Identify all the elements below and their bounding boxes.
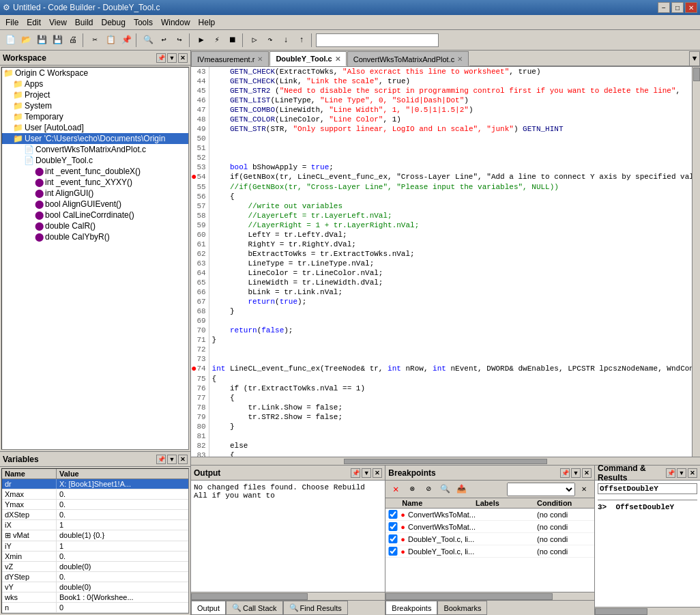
cmd-menu-btn[interactable]: ▼ xyxy=(677,468,686,478)
menu-edit[interactable]: Edit xyxy=(23,16,45,29)
new-button[interactable]: 📄 xyxy=(3,33,18,48)
menu-file[interactable]: File xyxy=(1,16,23,29)
workspace-pin-button[interactable]: 📌 xyxy=(156,53,166,63)
bp-export-btn[interactable]: 📤 xyxy=(454,482,469,497)
undo-button[interactable]: ↩ xyxy=(156,33,171,48)
tab-nav-button[interactable]: ▼ xyxy=(689,51,700,66)
bp-row-2[interactable]: ● ConvertWksToMat... (no condi xyxy=(385,521,594,533)
bp-filter-combo[interactable] xyxy=(507,483,575,496)
find-button[interactable]: 🔍 xyxy=(141,33,156,48)
output-close-btn[interactable]: ✕ xyxy=(373,468,382,478)
step-over-button[interactable]: ↷ xyxy=(263,33,278,48)
bp-disable-btn[interactable]: ⊘ xyxy=(421,482,436,497)
copy-button[interactable]: 📋 xyxy=(103,33,118,48)
tree-func-xyxy[interactable]: ⬤ int _event_func_XYXY() xyxy=(2,177,188,188)
save-button[interactable]: 💾 xyxy=(34,33,49,48)
bp-row-1[interactable]: ● ConvertWksToMat... (no condi xyxy=(385,509,594,521)
print-button[interactable]: 🖨 xyxy=(65,33,81,48)
var-pin-button[interactable]: 📌 xyxy=(156,455,166,464)
menu-window[interactable]: Window xyxy=(157,16,194,29)
function-combo[interactable] xyxy=(316,33,439,47)
bp-row-3[interactable]: ● DoubleY_Tool.c, li... (no condi xyxy=(385,533,594,545)
open-button[interactable]: 📂 xyxy=(18,33,33,48)
minimize-button[interactable]: − xyxy=(658,2,670,13)
var-row-xmax[interactable]: Xmax 0. xyxy=(2,489,188,500)
var-row-wks[interactable]: wks Book1 : 0{Workshee... xyxy=(2,592,188,603)
tab-doubley-close[interactable]: ✕ xyxy=(335,55,340,63)
code-editor[interactable]: 43 GETN_CHECK(ExtractToWks, "Also excrac… xyxy=(191,67,700,457)
tab-breakpoints[interactable]: Breakpoints xyxy=(385,601,437,615)
tab-callstack[interactable]: 🔍Call Stack xyxy=(226,601,283,615)
var-row-ymax[interactable]: Ymax 0. xyxy=(2,500,188,510)
redo-button[interactable]: ↪ xyxy=(172,33,187,48)
bp-menu-btn[interactable]: ▼ xyxy=(571,468,581,478)
menu-debug[interactable]: Debug xyxy=(98,16,130,29)
tree-user-autoload[interactable]: 📁 User [AutoLoad] xyxy=(2,122,188,133)
output-pin-btn[interactable]: 📌 xyxy=(351,468,360,478)
workspace-close-button[interactable]: ✕ xyxy=(178,53,188,63)
command-input[interactable] xyxy=(598,483,697,494)
editor-scrollbar[interactable] xyxy=(692,67,700,457)
workspace-menu-button[interactable]: ▼ xyxy=(167,53,177,63)
tab-findresults[interactable]: 🔍Find Results xyxy=(283,601,348,615)
cmd-close-btn[interactable]: ✕ xyxy=(688,468,697,478)
tab-doubley[interactable]: DoubleY_Tool.c ✕ xyxy=(269,51,346,66)
tree-func-aligngui[interactable]: ⬤ int AlignGUI() xyxy=(2,188,188,199)
bp-pin-btn[interactable]: 📌 xyxy=(560,468,570,478)
var-row-vz[interactable]: vZ double(0) xyxy=(2,562,188,572)
cut-button[interactable]: ✂ xyxy=(87,33,102,48)
tab-bookmarks[interactable]: Bookmarks xyxy=(437,601,487,615)
menu-build[interactable]: Build xyxy=(71,16,98,29)
var-row-xmin[interactable]: Xmin 0. xyxy=(2,552,188,562)
debug-run-button[interactable]: ▷ xyxy=(247,33,262,48)
tree-func-calr[interactable]: ⬤ double CalR() xyxy=(2,220,188,231)
tree-system[interactable]: 📁 System xyxy=(2,100,188,111)
tree-func-alignguievent[interactable]: ⬤ bool AlignGUIEvent() xyxy=(2,199,188,210)
editor-hscrollbar[interactable] xyxy=(191,457,700,465)
menu-view[interactable]: View xyxy=(45,16,71,29)
bp-search-btn[interactable]: 🔍 xyxy=(437,482,452,497)
var-row-n[interactable]: n 0 xyxy=(2,603,188,613)
tab-iv-close[interactable]: ✕ xyxy=(257,55,263,63)
stop-button[interactable]: ⏹ xyxy=(225,33,240,48)
var-row-vmat[interactable]: ⊞ vMat double(1) {0.} xyxy=(2,530,188,541)
var-row-dystep[interactable]: dYStep 0. xyxy=(2,572,188,582)
tree-apps[interactable]: 📁 Apps xyxy=(2,78,188,89)
tab-output[interactable]: Output xyxy=(191,601,226,615)
bp-check-3[interactable] xyxy=(388,534,398,543)
tree-user-path[interactable]: 📁 User 'C:\Users\echo\Documents\Origin xyxy=(2,133,188,144)
tab-iv[interactable]: IVmeasurement.r ✕ xyxy=(191,51,269,66)
var-row-ix[interactable]: iX 1 xyxy=(2,520,188,530)
step-in-button[interactable]: ↓ xyxy=(278,33,293,48)
tree-func-doublex[interactable]: ⬤ int _event_func_doubleX() xyxy=(2,166,188,177)
menu-tools[interactable]: Tools xyxy=(130,16,157,29)
tree-root[interactable]: 📁 Origin C Workspace xyxy=(2,68,188,78)
bp-check-1[interactable] xyxy=(388,510,398,519)
paste-button[interactable]: 📌 xyxy=(119,33,134,48)
var-close-button[interactable]: ✕ xyxy=(178,455,188,464)
var-row-iy[interactable]: iY 1 xyxy=(2,541,188,552)
maximize-button[interactable]: □ xyxy=(671,2,684,13)
tree-func-calybyr[interactable]: ⬤ double CalYbyR() xyxy=(2,231,188,242)
cmd-pin-btn[interactable]: 📌 xyxy=(666,468,675,478)
tree-func-callinecord[interactable]: ⬤ bool CalLineCorrdinate() xyxy=(2,210,188,220)
menu-help[interactable]: Help xyxy=(194,16,220,29)
tree-convert-file[interactable]: 📄 ConvertWksToMatrixAndPlot.c xyxy=(2,144,188,155)
tree-temporary[interactable]: 📁 Temporary xyxy=(2,111,188,122)
bp-close-btn[interactable]: ✕ xyxy=(582,468,592,478)
build-button[interactable]: ▶ xyxy=(194,33,209,48)
bp-check-4[interactable] xyxy=(388,547,398,556)
var-row-vy[interactable]: vY double(0) xyxy=(2,582,188,592)
bp-toolbar-close[interactable]: ✕ xyxy=(577,482,592,497)
bp-delete-all-btn[interactable]: ⊗ xyxy=(405,482,420,497)
output-menu-btn[interactable]: ▼ xyxy=(362,468,371,478)
tree-doubley-file[interactable]: 📄 DoubleY_Tool.c xyxy=(2,155,188,166)
build-all-button[interactable]: ⚡ xyxy=(209,33,224,48)
tab-convert[interactable]: ConvertWksToMatrixAndPlot.c ✕ xyxy=(347,51,469,66)
bp-row-4[interactable]: ● DoubleY_Tool.c, li... (no condi xyxy=(385,545,594,558)
bp-delete-btn[interactable]: ✕ xyxy=(388,482,403,497)
tab-convert-close[interactable]: ✕ xyxy=(457,55,463,63)
tree-project[interactable]: 📁 Project xyxy=(2,89,188,100)
close-button[interactable]: ✕ xyxy=(685,2,697,13)
step-out-button[interactable]: ↑ xyxy=(294,33,309,48)
